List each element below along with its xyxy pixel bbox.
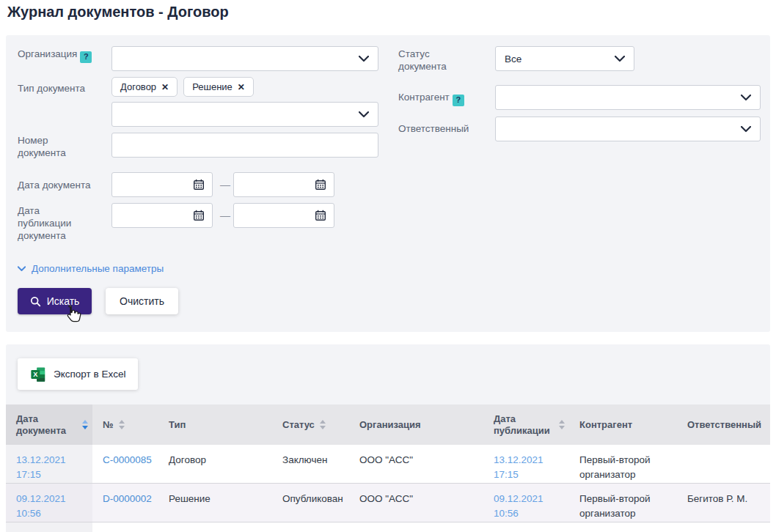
chip-remove-icon[interactable]: ✕ (161, 83, 169, 92)
calendar-icon (193, 210, 205, 221)
calendar-icon (315, 210, 326, 221)
date-range-separator: — (217, 179, 233, 191)
cell-responsible (677, 522, 770, 532)
cell-doc-date: 09.12.2021 10:56 (6, 484, 92, 522)
cell-number: D-0000002 (92, 484, 158, 522)
column-header-organization: Организация (349, 404, 483, 445)
cell-number (92, 522, 158, 532)
pub-date-to-input[interactable] (233, 203, 334, 228)
status-select-value: Все (505, 53, 521, 64)
column-header-status[interactable]: Статус (272, 404, 349, 445)
doc-number-link[interactable]: С-0000085 (103, 454, 152, 465)
sort-icon (320, 420, 326, 429)
chevron-down-icon (359, 111, 369, 118)
chip-remove-icon[interactable]: ✕ (238, 83, 245, 92)
doc-date-label: Дата документа (18, 179, 106, 191)
column-header-number[interactable]: № (92, 404, 158, 445)
svg-text:X: X (33, 371, 38, 378)
chip-dogovor[interactable]: Договор ✕ (111, 77, 177, 97)
table-row: 09.12.2021 10:56 D-0000002 Решение Опубл… (6, 484, 770, 522)
cell-doc-date (6, 522, 92, 532)
doc-date-to-input[interactable] (233, 172, 334, 197)
cell-organization (349, 522, 483, 532)
help-icon[interactable]: ? (453, 95, 464, 106)
sort-icon (119, 420, 125, 429)
export-excel-button[interactable]: X Экспорт в Excel (18, 358, 138, 390)
sort-icon (82, 420, 88, 429)
doc-number-label: Номер документа (18, 134, 91, 159)
pub-date-link[interactable]: 09.12.2021 10:56 (494, 493, 543, 519)
cell-pub-date: 09.12.2021 10:56 (483, 484, 569, 522)
table-header-row: Дата документа № Тип Статус Организация … (6, 404, 770, 445)
organization-label: Организация? (18, 48, 92, 63)
chevron-down-icon (615, 56, 625, 62)
cell-doc-date: 13.12.2021 17:15 (6, 445, 92, 483)
doc-type-label: Тип документа (18, 82, 85, 95)
cell-number: С-0000085 (92, 445, 158, 483)
column-header-pub-date[interactable]: Дата публикации (483, 404, 569, 445)
status-select[interactable]: Все (495, 46, 634, 71)
cell-pub-date (483, 522, 569, 532)
cell-responsible (677, 445, 770, 483)
cell-type: Решение (158, 484, 272, 522)
search-icon (30, 296, 41, 307)
counterparty-label: Контрагент? (398, 91, 464, 106)
chevron-down-icon (18, 266, 26, 272)
excel-icon: X (30, 366, 46, 383)
doc-date-link[interactable]: 09.12.2021 10:56 (16, 493, 66, 519)
doc-type-chips: Договор ✕ Решение ✕ (111, 77, 254, 97)
help-icon[interactable]: ? (80, 51, 92, 63)
cell-counterparty (569, 522, 677, 532)
cell-type (158, 522, 272, 532)
cell-status (272, 522, 349, 532)
organization-select[interactable] (111, 46, 378, 71)
cell-counterparty: Первый-второй организатор (569, 445, 677, 483)
chip-reshenie[interactable]: Решение ✕ (183, 77, 254, 97)
pub-date-label: Дата публикации документа (18, 204, 91, 242)
documents-table: Дата документа № Тип Статус Организация … (6, 404, 770, 532)
cell-status: Опубликован (272, 484, 349, 522)
column-header-doc-date[interactable]: Дата документа (6, 404, 92, 445)
chevron-down-icon (741, 95, 751, 101)
responsible-label: Ответственный (398, 122, 469, 135)
cell-organization: ООО "АСС" (349, 484, 483, 522)
column-header-responsible: Ответственный (677, 404, 770, 445)
doc-date-link[interactable]: 13.12.2021 17:15 (16, 454, 66, 480)
results-panel: X Экспорт в Excel Дата документа № Тип С… (6, 344, 770, 532)
doc-number-link[interactable]: D-0000002 (103, 493, 152, 504)
sort-icon (559, 420, 565, 429)
cell-responsible: Бегитов Р. М. (677, 484, 770, 522)
additional-params-toggle[interactable]: Дополнительные параметры (18, 263, 164, 274)
status-label: Статус документа (398, 48, 479, 73)
cell-organization: ООО "АСС" (349, 445, 483, 483)
column-header-counterparty: Контрагент (569, 404, 677, 445)
cell-type: Договор (158, 445, 272, 483)
pub-date-from-input[interactable] (111, 203, 213, 228)
page-title: Журнал документов - Договор (7, 4, 229, 21)
cell-counterparty: Первый-второй организатор (569, 484, 677, 522)
calendar-icon (193, 179, 205, 191)
column-header-type: Тип (158, 404, 272, 445)
doc-date-from-input[interactable] (111, 172, 213, 197)
cell-pub-date: 13.12.2021 17:15 (483, 445, 569, 483)
filter-panel: Организация? Статус документа Все Тип до… (6, 35, 770, 332)
calendar-icon (315, 179, 326, 191)
chevron-down-icon (741, 126, 751, 133)
table-row: 13.12.2021 17:15 С-0000085 Договор Заклю… (6, 445, 770, 484)
counterparty-select[interactable] (495, 85, 761, 110)
responsible-select[interactable] (495, 117, 761, 141)
date-range-separator: — (217, 210, 233, 221)
search-button[interactable]: Искать (18, 288, 92, 314)
doc-number-input[interactable] (111, 133, 378, 158)
chevron-down-icon (359, 56, 369, 62)
clear-button[interactable]: Очистить (106, 288, 178, 314)
pub-date-link[interactable]: 13.12.2021 17:15 (494, 454, 543, 480)
cell-status: Заключен (272, 445, 349, 483)
doc-type-select[interactable] (111, 102, 378, 127)
table-row (6, 522, 770, 532)
